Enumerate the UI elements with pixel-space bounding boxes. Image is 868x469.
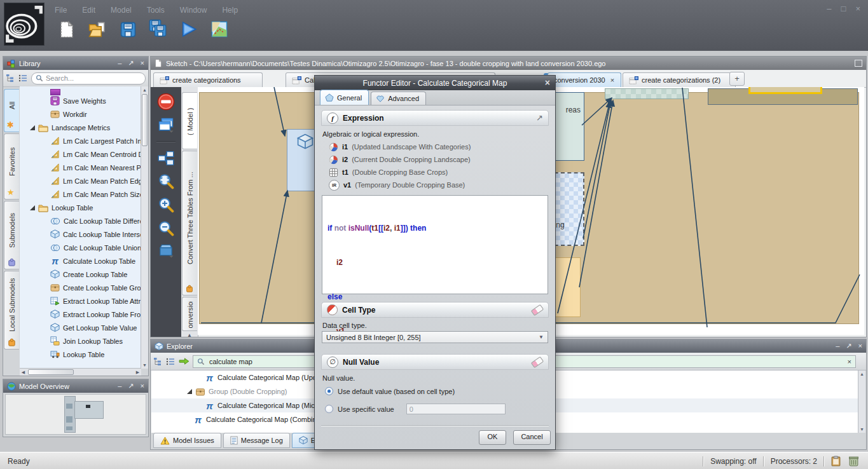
menu-edit[interactable]: Edit bbox=[82, 6, 95, 15]
library-item[interactable]: Calc Lookup Table Union bbox=[20, 241, 141, 254]
variable-item[interactable]: t1 (Double Cropping Base Crops) bbox=[329, 166, 448, 179]
library-item[interactable]: Workdir bbox=[20, 107, 141, 121]
run-model-button[interactable] bbox=[179, 19, 198, 39]
library-tab-submodels[interactable]: Submodels bbox=[4, 201, 19, 269]
variable-item[interactable]: i2 (Current Double Cropping Landscape) bbox=[329, 153, 471, 166]
default-value-option[interactable]: Use default value (based on cell type) bbox=[325, 387, 455, 395]
radio-selected[interactable] bbox=[325, 387, 333, 395]
library-list-view-button[interactable] bbox=[18, 74, 27, 83]
library-item[interactable]: Lm Calc Mean Nearest Pa bbox=[20, 161, 141, 174]
reset-eraser-icon[interactable] bbox=[531, 304, 544, 316]
reset-eraser-icon[interactable] bbox=[531, 356, 544, 368]
sketch-tab[interactable]: create categorizations (2) bbox=[623, 72, 736, 87]
auto-layout-button[interactable] bbox=[158, 151, 174, 166]
scroll-down-icon[interactable]: ▼ bbox=[141, 362, 148, 369]
expression-code-editor[interactable]: if not isNull(t1[[i2, i1]]) then i2 else… bbox=[322, 195, 548, 294]
ok-button[interactable]: OK bbox=[479, 430, 506, 445]
library-minimize-button[interactable]: – bbox=[118, 60, 121, 67]
save-model-button[interactable] bbox=[118, 19, 137, 39]
tab-scroll-up-icon[interactable]: ▲ bbox=[181, 332, 198, 338]
variable-item[interactable]: i1 (Updated Landscape With Categories) bbox=[329, 140, 471, 153]
library-item[interactable]: Calc Lookup Table Differe bbox=[20, 214, 141, 228]
library-float-button[interactable]: ↗ bbox=[128, 60, 134, 67]
sketch-tab-selected[interactable]: conversion 2030 × bbox=[548, 72, 621, 87]
menu-window[interactable]: Window bbox=[180, 6, 207, 15]
map-viewer-button[interactable] bbox=[210, 19, 229, 39]
menu-file[interactable]: File bbox=[55, 6, 67, 15]
specific-value-input[interactable] bbox=[406, 404, 506, 414]
library-tab-local-submodels[interactable]: Local Submodels bbox=[4, 271, 19, 350]
sketch-maximize-icon[interactable] bbox=[855, 60, 862, 67]
explorer-close-button[interactable]: × bbox=[858, 343, 862, 350]
library-item[interactable]: Calc Lookup Table Interse bbox=[20, 228, 141, 241]
specific-value-option[interactable]: Use specific value bbox=[325, 404, 506, 414]
library-item[interactable]: Create Lookup Table bbox=[20, 268, 141, 281]
clear-search-icon[interactable]: × bbox=[848, 358, 851, 365]
library-vertical-scrollbar[interactable]: ▲ ▼ bbox=[141, 86, 148, 369]
library-folder[interactable]: Lookup Table bbox=[20, 201, 141, 214]
library-item[interactable]: Lm Calc Mean Centroid Di bbox=[20, 147, 141, 161]
trash-icon[interactable] bbox=[848, 456, 859, 466]
model-issues-tab[interactable]: Model Issues bbox=[153, 433, 221, 448]
window-close-button[interactable]: × bbox=[855, 4, 860, 13]
model-overview-preview[interactable] bbox=[5, 394, 146, 435]
library-folder[interactable]: Landscape Metrics bbox=[20, 121, 141, 134]
library-item[interactable]: Join Lookup Tables bbox=[20, 334, 141, 348]
menu-model[interactable]: Model bbox=[111, 6, 132, 15]
submodel-tab[interactable]: conversion bbox=[182, 297, 197, 331]
scrollbar-thumb[interactable] bbox=[142, 94, 148, 146]
dialog-close-icon[interactable]: × bbox=[545, 78, 550, 88]
submodel-tab[interactable]: Convert Three Tables From ... bbox=[182, 151, 197, 296]
scroll-left-icon[interactable]: ◀ bbox=[20, 369, 27, 376]
library-search-box[interactable]: Search... bbox=[31, 72, 146, 85]
radio-unselected[interactable] bbox=[325, 405, 333, 413]
library-close-button[interactable]: × bbox=[141, 60, 144, 67]
save-all-button[interactable] bbox=[149, 19, 168, 39]
new-model-button[interactable] bbox=[57, 19, 76, 39]
scroll-down-icon[interactable]: ▼ bbox=[858, 426, 865, 433]
library-tab-all[interactable]: All ✱ bbox=[4, 89, 19, 132]
explorer-float-button[interactable]: ↗ bbox=[846, 343, 851, 350]
explorer-tree-view-button[interactable] bbox=[153, 357, 162, 366]
model-tab[interactable]: ( Model ) bbox=[182, 92, 197, 149]
cancel-button[interactable]: Cancel bbox=[513, 430, 551, 445]
scroll-up-icon[interactable]: ▲ bbox=[141, 86, 148, 93]
remove-functor-button[interactable] bbox=[157, 93, 175, 111]
new-tab-button[interactable]: + bbox=[729, 72, 745, 86]
expanded-caret-icon[interactable] bbox=[30, 125, 35, 130]
scroll-up-icon[interactable]: ▲ bbox=[858, 370, 865, 377]
library-item[interactable]: Lm Calc Largest Patch Ind bbox=[20, 134, 141, 147]
library-title-bar[interactable]: Library – ↗ × bbox=[3, 57, 148, 70]
expanded-caret-icon[interactable] bbox=[187, 389, 192, 394]
library-item[interactable]: Extract Lookup Table Fro bbox=[20, 308, 141, 321]
scroll-right-icon[interactable]: ▶ bbox=[134, 369, 141, 376]
library-item[interactable]: Extract Lookup Table Attr bbox=[20, 294, 141, 308]
cascade-windows-button[interactable] bbox=[158, 118, 174, 133]
explorer-minimize-button[interactable]: – bbox=[836, 343, 839, 350]
go-to-button[interactable] bbox=[179, 358, 189, 365]
sketch-title-bar[interactable]: Sketch - C:\Users\hermann\Documents\Test… bbox=[151, 57, 866, 70]
library-horizontal-scrollbar[interactable]: ◀ ▶ bbox=[20, 368, 141, 376]
cell-type-dropdown[interactable]: Unsigned 8 Bit Integer [0, 255] ▼ bbox=[322, 331, 548, 343]
window-maximize-button[interactable]: □ bbox=[841, 4, 846, 13]
library-item[interactable]: Lm Calc Mean Patch Sizes bbox=[20, 187, 141, 201]
library-item[interactable]: Get Lookup Table Value bbox=[20, 321, 141, 334]
clipboard-icon[interactable] bbox=[831, 456, 841, 466]
library-item[interactable]: Save Weights bbox=[20, 94, 141, 107]
explorer-scrollbar[interactable]: ▲ ▼ bbox=[858, 370, 865, 433]
overview-close-button[interactable]: × bbox=[141, 383, 144, 390]
menu-tools[interactable]: Tools bbox=[147, 6, 165, 15]
container-tool-button[interactable] bbox=[158, 243, 174, 258]
zoom-in-button[interactable] bbox=[158, 196, 174, 213]
zoom-out-button[interactable] bbox=[158, 220, 174, 236]
library-tab-favorites[interactable]: Favorites ★ bbox=[4, 133, 19, 200]
zoom-fit-button[interactable] bbox=[158, 173, 174, 189]
general-tab[interactable]: General bbox=[320, 90, 369, 105]
library-item[interactable]: Lm Calc Mean Patch Edge bbox=[20, 174, 141, 187]
variable-item[interactable]: IR v1 (Temporary Double Cropping Base) bbox=[329, 179, 465, 191]
explorer-list-view-button[interactable] bbox=[166, 357, 175, 366]
tab-close-icon[interactable]: × bbox=[610, 76, 614, 84]
dialog-title-bar[interactable]: Functor Editor - Calculate Categorical M… bbox=[315, 76, 555, 90]
open-model-button[interactable] bbox=[88, 19, 107, 39]
advanced-tab[interactable]: Advanced bbox=[371, 92, 426, 105]
